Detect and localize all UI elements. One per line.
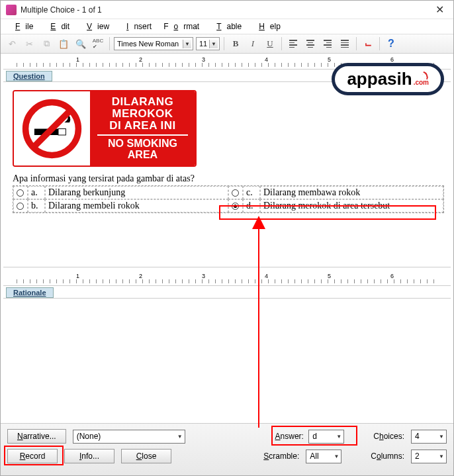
italic-button[interactable]: I (246, 36, 260, 51)
toolbar: ↶ ✂ ⧉ 📋 🔍 ABC✔ Times New Roman 11 B I U … (1, 34, 453, 54)
close-icon[interactable]: ✕ (431, 2, 448, 17)
choice-c-text[interactable]: Dilarang membawa rokok (260, 186, 443, 199)
no-smoking-icon (21, 97, 83, 160)
choice-d-radio[interactable] (228, 199, 243, 213)
question-prompt[interactable]: Apa informasi yang tersirat pada gambar … (13, 173, 444, 184)
record-button[interactable]: Record (7, 449, 58, 463)
bold-button[interactable]: B (228, 36, 243, 51)
menu-view[interactable]: View (76, 21, 114, 32)
choice-a-text[interactable]: Dilarang berkunjung (45, 186, 228, 199)
text-color-icon[interactable]: ⌙ (361, 36, 375, 51)
cut-icon[interactable]: ✂ (22, 36, 36, 51)
columns-select[interactable]: 2 (411, 450, 447, 463)
ruler-bottom: 1 2 3 4 5 6 (3, 271, 451, 286)
rationale-editor[interactable] (3, 298, 451, 397)
answer-select[interactable]: d (308, 430, 344, 444)
align-right-icon[interactable] (320, 36, 335, 51)
menu-edit[interactable]: Edit (40, 21, 75, 32)
align-center-icon[interactable] (303, 36, 318, 51)
menu-bar: File Edit View Insert Format Table Help (1, 19, 453, 34)
choices-table[interactable]: a. Dilarang berkunjung c. Dilarang memba… (13, 185, 444, 213)
choice-d-letter: d. (243, 199, 260, 213)
scramble-select[interactable]: All (306, 450, 341, 463)
copy-icon[interactable]: ⧉ (39, 36, 54, 51)
narrative-button[interactable]: Narrative... (7, 429, 66, 444)
undo-icon[interactable]: ↶ (5, 36, 19, 51)
align-justify-icon[interactable] (338, 36, 352, 51)
menu-table[interactable]: Table (206, 21, 247, 32)
close-button[interactable]: Close (121, 449, 171, 463)
appasih-badge: appasih.com (332, 63, 444, 95)
narrative-select[interactable]: (None) (73, 430, 185, 444)
no-smoking-sign: DILARANGMEROKOKDI AREA INI NO SMOKINGARE… (13, 90, 197, 167)
footer-panel: Narrative... (None) Answer: d Choices: 4… (1, 423, 453, 475)
align-left-icon[interactable] (286, 36, 300, 51)
choice-a-radio[interactable] (13, 186, 28, 199)
help-icon[interactable]: ? (384, 36, 398, 51)
menu-format[interactable]: Format (158, 21, 204, 32)
info-button[interactable]: Info... (64, 449, 114, 463)
menu-help[interactable]: Help (248, 21, 286, 32)
window-title: Multiple Choice - 1 of 1 (21, 5, 102, 15)
svg-rect-2 (58, 128, 66, 135)
search-icon[interactable]: 🔍 (73, 36, 88, 51)
choice-c-letter: c. (243, 186, 260, 199)
question-editor[interactable]: DILARANGMEROKOKDI AREA INI NO SMOKINGARE… (3, 81, 451, 267)
choice-a-letter: a. (28, 186, 45, 199)
choice-b-text[interactable]: Dilarang membeli rokok (45, 199, 228, 213)
title-bar: Multiple Choice - 1 of 1 ✕ (1, 1, 453, 19)
tab-question[interactable]: Question (6, 71, 52, 81)
choice-b-radio[interactable] (13, 199, 28, 213)
menu-insert[interactable]: Insert (116, 21, 157, 32)
choice-b-letter: b. (28, 199, 45, 213)
menu-file[interactable]: File (5, 21, 38, 32)
choices-select[interactable]: 4 (411, 430, 447, 444)
font-select[interactable]: Times New Roman (114, 37, 193, 50)
tab-rationale[interactable]: Rationale (6, 287, 54, 298)
paste-icon[interactable]: 📋 (56, 36, 71, 51)
spellcheck-icon[interactable]: ABC✔ (91, 36, 105, 51)
font-size-select[interactable]: 11 (196, 37, 220, 50)
app-icon (6, 5, 17, 15)
choice-d-text[interactable]: Dilarang merokok di area tersebut (260, 199, 443, 213)
choice-c-radio[interactable] (228, 186, 243, 199)
underline-button[interactable]: U (263, 36, 277, 51)
